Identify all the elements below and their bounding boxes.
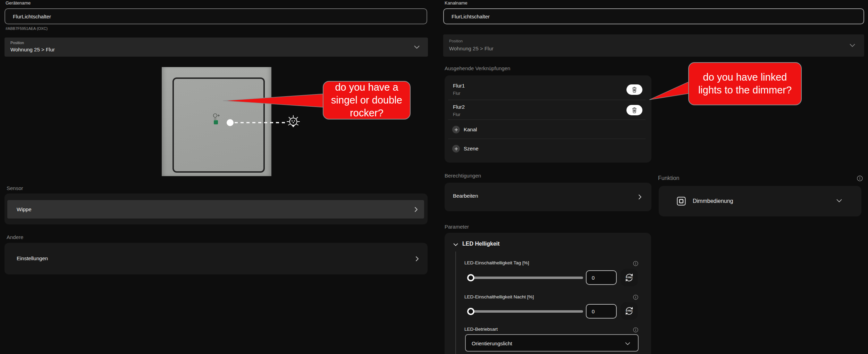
function-select[interactable]: Dimmbedienung: [659, 186, 861, 216]
links-card: Flur1 Flur Flur2 Flur: [445, 75, 651, 163]
position-label: Position: [449, 39, 463, 43]
link-row[interactable]: Flur2 Flur: [445, 100, 651, 120]
sensor-section-label: Sensor: [7, 185, 23, 191]
slider-value-input[interactable]: [586, 304, 617, 319]
add-scene-label: Szene: [464, 146, 479, 151]
permissions-section-label: Berechtigungen: [445, 173, 481, 179]
chevron-down-icon: [850, 44, 855, 47]
channel-position-select[interactable]: Position Wohnung 25 > Flur: [443, 34, 864, 57]
led-group-header[interactable]: LED Helligkeit: [445, 240, 651, 250]
channel-name-label: Kanalname: [445, 0, 467, 6]
betriebsart-dropdown[interactable]: Orientierungslicht: [465, 334, 639, 352]
delete-link-button[interactable]: [626, 84, 642, 95]
link-subtitle: Flur: [453, 91, 461, 96]
chevron-right-icon: [638, 194, 642, 200]
position-value: Wohnung 25 > Flur: [10, 47, 55, 52]
settings-item-label: Einstellungen: [17, 255, 48, 261]
group-indent-line: [455, 252, 456, 354]
link-title: Flur2: [453, 104, 465, 110]
led-group-label: LED Helligkeit: [462, 241, 500, 247]
callout-arrow: [222, 92, 326, 109]
chevron-right-icon: [414, 207, 418, 212]
position-label: Position: [10, 41, 24, 45]
slider-track[interactable]: [467, 310, 583, 313]
green-status-square: [214, 120, 218, 124]
info-icon[interactable]: [857, 175, 863, 181]
chevron-down-icon: [836, 199, 842, 203]
add-channel-button[interactable]: Kanal: [445, 120, 651, 139]
link-anchor-dot[interactable]: [227, 119, 234, 126]
device-name-label: Gerätename: [6, 0, 31, 6]
slider-label: LED-Einschalthelligkeit Nacht [%]: [464, 294, 534, 299]
betriebsart-value: Orientierungslicht: [472, 340, 512, 346]
sensor-item-wippe[interactable]: Wippe: [7, 200, 424, 219]
callout-arrow: [648, 78, 692, 101]
channel-name-input[interactable]: [443, 8, 864, 24]
plus-icon: [454, 128, 458, 132]
annotation-callout-dimmer: do you have linked lights to the dimmer?: [688, 62, 802, 105]
chevron-down-icon: [414, 46, 420, 49]
dimmer-icon: [677, 197, 686, 206]
link-row[interactable]: Flur1 Flur: [445, 75, 651, 100]
device-configuration-screen: Gerätename #ABB7F5951AEA (OXC) Position …: [0, 0, 868, 354]
sensor-card: Wippe: [5, 194, 428, 224]
info-icon[interactable]: [633, 295, 638, 300]
add-channel-label: Kanal: [464, 126, 477, 132]
permissions-edit-item[interactable]: Bearbeiten: [445, 183, 651, 211]
link-dashed-line: [235, 122, 287, 124]
links-section-label: Ausgehende Verknüpfungen: [445, 65, 510, 71]
slider-thumb[interactable]: [467, 274, 474, 281]
function-value: Dimmbedienung: [693, 198, 733, 204]
device-id-text: #ABB7F5951AEA (OXC): [6, 26, 48, 31]
lamp-glow-icon: [286, 115, 301, 131]
plus-icon: [454, 147, 458, 151]
link-subtitle: Flur: [453, 112, 461, 117]
delete-link-button[interactable]: [626, 105, 642, 115]
bulb-add-icon: [212, 113, 221, 121]
device-name-input[interactable]: [5, 8, 427, 24]
sync-button[interactable]: SYNC: [621, 269, 638, 286]
sensor-item-label: Wippe: [17, 206, 32, 212]
slider-track[interactable]: [467, 277, 583, 279]
parameter-card: LED Helligkeit LED-Einschalthelligkeit T…: [445, 233, 651, 354]
settings-item[interactable]: Einstellungen: [5, 243, 428, 274]
andere-section-label: Andere: [7, 234, 23, 240]
slider-value-input[interactable]: [586, 270, 617, 285]
trash-icon: [632, 107, 637, 113]
position-value: Wohnung 25 > Flur: [449, 46, 494, 51]
sync-label: SYNC: [621, 276, 638, 279]
chevron-down-icon: [453, 243, 458, 246]
info-icon[interactable]: [633, 261, 638, 266]
chevron-right-icon: [415, 256, 419, 262]
sync-button[interactable]: SYNC: [621, 302, 638, 320]
parameter-section-label: Parameter: [445, 224, 469, 230]
callout-text: do you have a singel or double rocker?: [327, 81, 406, 120]
trash-icon: [632, 87, 637, 93]
link-title: Flur1: [453, 83, 465, 89]
annotation-callout-rocker: do you have a singel or double rocker?: [323, 81, 411, 120]
info-icon[interactable]: [633, 327, 638, 332]
sync-label: SYNC: [621, 310, 638, 312]
slider-thumb[interactable]: [467, 308, 474, 315]
permissions-edit-label: Bearbeiten: [453, 193, 478, 199]
callout-text: do you have linked lights to the dimmer?: [692, 71, 798, 97]
chevron-down-icon: [625, 342, 630, 345]
slider-label: LED-Einschalthelligkeit Tag [%]: [464, 260, 529, 265]
betriebsart-label: LED-Betriebsart: [464, 327, 498, 332]
device-position-select[interactable]: Position Wohnung 25 > Flur: [5, 38, 428, 57]
add-scene-button[interactable]: Szene: [445, 139, 651, 163]
function-section-label: Funktion: [658, 175, 679, 181]
